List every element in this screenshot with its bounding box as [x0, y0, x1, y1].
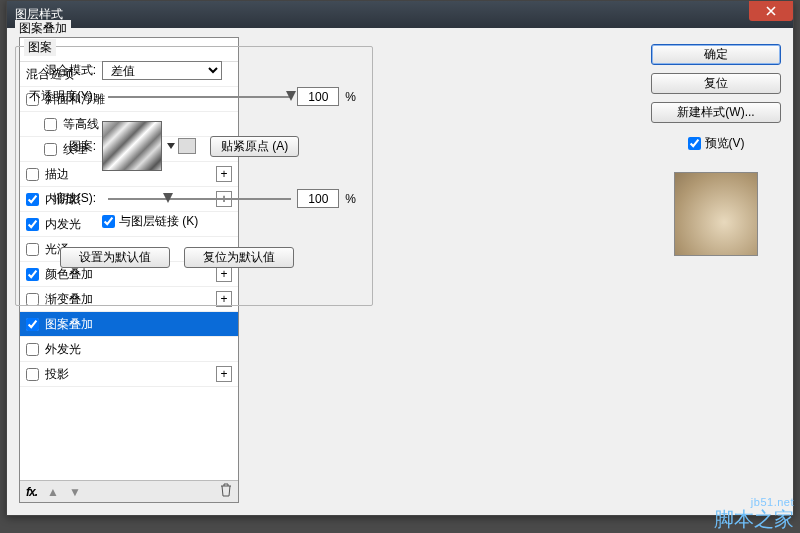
opacity-label: 不透明度(Y):	[26, 88, 96, 105]
percent-label: %	[345, 90, 356, 104]
new-preset-icon[interactable]	[178, 138, 196, 154]
titlebar[interactable]: 图层样式	[7, 1, 793, 28]
new-style-button[interactable]: 新建样式(W)...	[651, 102, 781, 123]
chevron-down-icon	[167, 143, 175, 149]
dialog-body: 样式 混合选项 斜面和浮雕 等高线 纹理 描边+ 内阴影+ 内发光 光泽 颜色叠…	[7, 28, 793, 515]
percent-label: %	[345, 192, 356, 206]
pattern-overlay-group: 图案叠加 图案 混合模式: 差值 不透明度(Y): % 图案:	[7, 28, 379, 318]
pattern-group-title: 图案	[24, 39, 56, 56]
preview-thumbnail	[674, 172, 758, 256]
opacity-slider[interactable]	[108, 89, 291, 105]
make-default-button[interactable]: 设置为默认值	[60, 247, 170, 268]
blend-mode-select[interactable]: 差值	[102, 61, 222, 80]
group-title: 图案叠加	[15, 20, 71, 37]
preview-label: 预览(V)	[705, 135, 745, 152]
ok-button[interactable]: 确定	[651, 44, 781, 65]
blend-mode-label: 混合模式:	[26, 62, 96, 79]
pattern-group: 图案 混合模式: 差值 不透明度(Y): % 图案:	[15, 46, 373, 306]
reset-default-button[interactable]: 复位为默认值	[184, 247, 294, 268]
snap-origin-button[interactable]: 贴紧原点 (A)	[210, 136, 299, 157]
link-layer-checkbox[interactable]	[102, 215, 115, 228]
pattern-swatch[interactable]	[102, 121, 162, 171]
pattern-label: 图案:	[26, 138, 96, 155]
layer-style-dialog: 图层样式 样式 混合选项 斜面和浮雕 等高线 纹理 描边+ 内阴影+ 内发光 光…	[6, 0, 794, 516]
link-layer-label: 与图层链接 (K)	[119, 213, 198, 230]
dialog-buttons: 确定 复位 新建样式(W)... 预览(V)	[651, 44, 781, 256]
cancel-button[interactable]: 复位	[651, 73, 781, 94]
opacity-input[interactable]	[297, 87, 339, 106]
close-icon	[766, 6, 776, 16]
scale-label: 缩放(S):	[26, 190, 96, 207]
scale-slider[interactable]	[108, 191, 291, 207]
scale-input[interactable]	[297, 189, 339, 208]
close-button[interactable]	[749, 1, 793, 21]
preview-checkbox[interactable]	[688, 137, 701, 150]
